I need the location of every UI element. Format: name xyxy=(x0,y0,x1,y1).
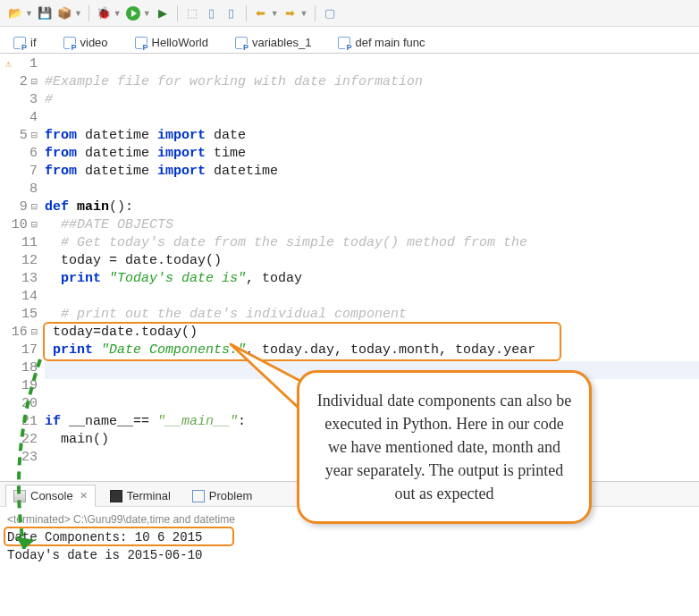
console-line: Today's date is 2015-06-10 xyxy=(7,546,692,564)
run-icon[interactable] xyxy=(125,5,141,21)
console-line: Date Components: 10 6 2015 xyxy=(7,528,692,546)
tab-console[interactable]: Console ✕ xyxy=(5,485,96,507)
back-icon[interactable]: ⬅ xyxy=(253,5,269,21)
line-number: 2 xyxy=(0,73,38,91)
python-file-icon xyxy=(338,37,350,49)
line-number: 10 xyxy=(0,216,38,234)
save-icon[interactable]: 💾 xyxy=(37,5,53,21)
code-line[interactable]: # xyxy=(45,91,699,109)
terminal-icon xyxy=(110,490,122,502)
separator xyxy=(177,5,178,21)
code-line[interactable]: from datetime import time xyxy=(45,145,699,163)
line-number: 22 xyxy=(0,431,38,449)
tab-label: video xyxy=(80,36,108,49)
line-number: 12 xyxy=(0,252,38,270)
callout-text: Individual date components can also be e… xyxy=(317,392,571,502)
tab-label: variables_1 xyxy=(252,36,312,49)
dropdown-icon[interactable]: ▼ xyxy=(300,9,308,18)
line-number: 9 xyxy=(0,198,38,216)
code-line[interactable]: print "Date Components:", today.day, tod… xyxy=(45,342,699,359)
python-file-icon xyxy=(235,37,248,49)
tab-label: Problem xyxy=(209,489,252,502)
wand-icon[interactable]: ⬚ xyxy=(184,5,200,21)
stop-icon[interactable]: ▢ xyxy=(322,5,338,21)
line-number: 13 xyxy=(0,270,38,288)
line-number: 4 xyxy=(0,109,38,127)
dropdown-icon[interactable]: ▼ xyxy=(143,9,151,18)
launch-icon[interactable]: ▶ xyxy=(155,5,171,21)
dropdown-icon[interactable]: ▼ xyxy=(74,9,82,18)
code-line[interactable] xyxy=(45,55,699,73)
line-number: 23 xyxy=(0,449,38,467)
tab-if[interactable]: if xyxy=(7,30,46,53)
box-icon[interactable]: ▯ xyxy=(223,5,240,21)
line-number: 14 xyxy=(0,288,38,306)
doc-icon[interactable]: ▯ xyxy=(204,5,220,21)
line-number: 20 xyxy=(0,395,38,413)
separator xyxy=(315,5,316,21)
line-number: 17 xyxy=(0,342,38,359)
debug-icon[interactable]: 🐞 xyxy=(96,5,112,21)
editor-tabbar: if video HelloWorld variables_1 def main… xyxy=(0,27,699,54)
tab-label: def main func xyxy=(355,36,425,49)
main-toolbar: 📂▼ 💾 📦▼ 🐞▼ ▼ ▶ ⬚ ▯ ▯ ⬅▼ ➡▼ ▢ xyxy=(0,0,699,27)
problems-icon xyxy=(192,490,205,502)
code-line[interactable]: print "Today's date is", today xyxy=(45,270,699,288)
tab-terminal[interactable]: Terminal xyxy=(103,485,178,506)
separator xyxy=(246,5,247,21)
tab-def-main-func[interactable]: def main func xyxy=(332,30,434,53)
line-number: 8 xyxy=(0,181,38,198)
line-number: 3 xyxy=(0,91,38,109)
forward-icon[interactable]: ➡ xyxy=(282,5,299,21)
tab-helloworld[interactable]: HelloWorld xyxy=(129,30,218,53)
annotation-callout: Individual date components can also be e… xyxy=(297,370,592,524)
code-line[interactable]: #Example file for working with date info… xyxy=(45,73,699,91)
line-number: 11 xyxy=(0,234,38,252)
code-line[interactable]: from datetime import date xyxy=(45,127,699,145)
line-number: 1 xyxy=(0,55,38,73)
line-gutter: 1234567891011121314151617181920212223 xyxy=(0,55,45,481)
line-number: 6 xyxy=(0,145,38,163)
code-line[interactable] xyxy=(45,109,699,127)
package-icon[interactable]: 📦 xyxy=(56,5,72,21)
dropdown-icon[interactable]: ▼ xyxy=(25,9,33,18)
python-file-icon xyxy=(63,37,76,49)
dropdown-icon[interactable]: ▼ xyxy=(271,9,279,18)
line-number: 15 xyxy=(0,306,38,324)
code-line[interactable]: def main(): xyxy=(45,198,699,216)
code-line[interactable]: from datetime import datetime xyxy=(45,163,699,181)
line-number: 7 xyxy=(0,163,38,181)
tab-label: if xyxy=(30,36,37,49)
separator xyxy=(88,5,89,21)
open-icon[interactable]: 📂 xyxy=(7,5,23,21)
python-file-icon xyxy=(13,37,26,49)
line-number: 18 xyxy=(0,359,38,377)
line-number: 21 xyxy=(0,413,38,431)
tab-variables-1[interactable]: variables_1 xyxy=(229,30,322,53)
code-line[interactable]: today=date.today() xyxy=(45,324,699,342)
code-line[interactable]: ##DATE OBJECTS xyxy=(45,216,699,234)
line-number: 19 xyxy=(0,377,38,395)
line-number: 5 xyxy=(0,127,38,145)
code-line[interactable]: today = date.today() xyxy=(45,252,699,270)
dropdown-icon[interactable]: ▼ xyxy=(114,9,122,18)
tab-label: HelloWorld xyxy=(152,36,208,49)
code-line[interactable] xyxy=(45,181,699,198)
close-icon[interactable]: ✕ xyxy=(80,490,88,502)
python-file-icon xyxy=(135,37,147,49)
tab-label: Console xyxy=(30,489,73,502)
tab-problems[interactable]: Problem xyxy=(185,485,259,506)
tab-video[interactable]: video xyxy=(57,30,118,53)
code-line[interactable]: # print out the date's individual compon… xyxy=(45,306,699,324)
tab-label: Terminal xyxy=(127,489,171,502)
code-line[interactable] xyxy=(45,288,699,306)
line-number: 16 xyxy=(0,324,38,342)
console-icon xyxy=(13,490,26,502)
code-line[interactable]: # Get today's date from the simple today… xyxy=(45,234,699,252)
